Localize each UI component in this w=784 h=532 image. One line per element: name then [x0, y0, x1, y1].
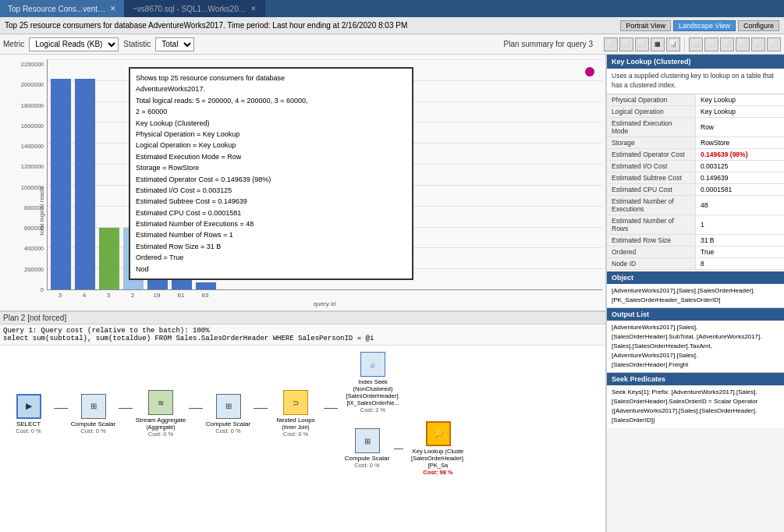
prop-row-storage: Storage RowStore — [607, 137, 784, 148]
prop-value-ordered: True — [696, 246, 785, 257]
plan-section: Plan 2 [not forced] Query 1: Query cost … — [0, 312, 605, 532]
x-label-4: 2 — [122, 292, 143, 299]
prop-value-exec-mode: Row — [696, 117, 785, 137]
toolbar-icon-11[interactable]: ⬜ — [767, 37, 781, 51]
plan-header: Plan 2 [not forced] — [0, 312, 605, 325]
toolbar-icon-6[interactable]: ⬜ — [689, 37, 703, 51]
tab-resource-consumers[interactable]: Top Resource Cons...ventureWorks2017 ✕ — [0, 0, 125, 17]
prop-row-cpu-cost: Estimated CPU Cost 0.0001581 — [607, 183, 784, 195]
properties-table: Physical Operation Key Lookup Logical Op… — [607, 94, 784, 270]
prop-row-ordered: Ordered True — [607, 246, 784, 257]
toolbar-icon-1[interactable]: ⬜ — [604, 37, 618, 51]
prop-name-logical: Logical Operation — [607, 105, 696, 117]
metric-label: Metric — [3, 40, 24, 48]
prop-row-io-cost: Estimated I/O Cost 0.003125 — [607, 160, 784, 172]
prop-name-storage: Storage — [607, 137, 696, 148]
y-label-4: 1600000 — [21, 122, 44, 129]
execution-plan: ▶ SELECT Cost: 0 % ⊞ Compute Scalar Cost… — [0, 346, 605, 532]
select-node-cost: Cost: 0 % — [16, 427, 41, 434]
x-label-7: 63 — [195, 292, 215, 299]
x-label-6: 61 — [171, 292, 191, 299]
toolbar-icon-7[interactable]: ⬜ — [704, 37, 718, 51]
prop-name-cpu-cost: Estimated CPU Cost — [607, 183, 696, 195]
bar-3[interactable] — [99, 228, 119, 289]
seek-predicates-value: Seek Keys[1]: Prefix: [AdventureWorks201… — [607, 385, 784, 427]
metric-select[interactable]: Logical Reads (KB) — [29, 37, 119, 51]
key-lookup-node[interactable]: 🔑 Key Lookup (Cluste[SalesOrderHeader].[… — [405, 421, 471, 476]
seek-predicates-header: Seek Predicates — [607, 373, 784, 385]
toolbar-icon-8[interactable]: ⬜ — [720, 37, 734, 51]
object-section-header: Object — [607, 271, 784, 284]
bar-6[interactable] — [172, 280, 192, 289]
prop-row-physical: Physical Operation Key Lookup — [607, 94, 784, 106]
prop-value-logical: Key Lookup — [696, 105, 785, 117]
output-list-value: [AdventureWorks2017].[Sales].[SalesOrder… — [607, 321, 784, 373]
y-axis-title: total logical reads — [38, 187, 45, 236]
prop-value-num-executions: 48 — [696, 195, 785, 215]
configure-btn[interactable]: Configure — [738, 20, 779, 31]
index-seek-node[interactable]: ⌕ Index Seek (NonClustered)[SalesOrderHe… — [338, 352, 408, 413]
x-label-3: 3 — [98, 292, 119, 299]
y-label-5: 1400000 — [21, 143, 44, 150]
prop-name-io-cost: Estimated I/O Cost — [607, 160, 696, 172]
toolbar-icon-10[interactable]: ⬜ — [751, 37, 765, 51]
toolbar-icon-5[interactable]: 📊 — [666, 37, 680, 51]
output-list-header: Output List — [607, 308, 784, 321]
prop-row-logical: Logical Operation Key Lookup — [607, 105, 784, 117]
compute-scalar-node-2[interactable]: ⊞ Compute Scalar Cost: 0 % — [203, 394, 254, 434]
prop-value-subtree-cost: 0.149639 — [696, 172, 785, 183]
statistic-select[interactable]: Total — [155, 37, 194, 51]
prop-value-storage: RowStore — [696, 137, 785, 148]
landscape-view-btn[interactable]: Landscape View — [673, 20, 736, 31]
stream-aggregate-node[interactable]: ≋ Stream Aggregate(Aggregate) Cost: 0 % — [133, 390, 189, 438]
query-text: Query 1: Query cost (relative to the bat… — [0, 325, 605, 346]
portrait-view-btn[interactable]: Portrait View — [620, 20, 671, 31]
compute-scalar-node-3[interactable]: ⊞ Compute Scalar Cost: 0 % — [342, 428, 392, 469]
prop-row-num-executions: Estimated Number of Executions 48 — [607, 195, 784, 215]
prop-name-ordered: Ordered — [607, 246, 696, 257]
select-node-label: SELECT — [16, 420, 41, 427]
toolbar-icon-4[interactable]: ▦ — [651, 37, 665, 51]
y-label-11: 200000 — [24, 266, 44, 273]
prop-row-subtree-cost: Estimated Subtree Cost 0.149639 — [607, 172, 784, 183]
x-label-5: 19 — [147, 292, 167, 299]
chart-area: Shows top 25 resource consumers for data… — [0, 55, 605, 312]
prop-row-operator-cost: Estimated Operator Cost 0.149639 (98%) — [607, 148, 784, 160]
object-value: [AdventureWorks2017].[Sales].[SalesOrder… — [607, 284, 784, 308]
right-panel-title: Key Lookup (Clustered) — [607, 55, 784, 69]
bar-2[interactable] — [75, 79, 95, 289]
tooltip-box: Shows top 25 resource consumers for data… — [129, 67, 413, 280]
x-label-1: 3 — [50, 292, 70, 299]
prop-name-node-id: Node ID — [607, 257, 696, 269]
prop-name-physical: Physical Operation — [607, 94, 696, 106]
tab-close-icon[interactable]: ✕ — [110, 5, 116, 12]
top-info-bar: Top 25 resource consumers for database A… — [0, 17, 784, 34]
bar-1[interactable] — [51, 79, 71, 289]
right-panel-description: Uses a supplied clustering key to lookup… — [607, 69, 784, 94]
prop-row-num-rows: Estimated Number of Rows 1 — [607, 215, 784, 234]
bar-7[interactable] — [196, 282, 216, 289]
select-node[interactable]: ▶ SELECT Cost: 0 % — [3, 394, 54, 434]
x-axis-title: query id — [47, 300, 602, 307]
prop-name-num-rows: Estimated Number of Rows — [607, 215, 696, 234]
left-panel: Shows top 25 resource consumers for data… — [0, 55, 606, 532]
toolbar-icon-2[interactable]: ⬜ — [619, 37, 633, 51]
prop-name-operator-cost: Estimated Operator Cost — [607, 148, 696, 160]
prop-value-cpu-cost: 0.0001581 — [696, 183, 785, 195]
y-label-1: 2200000 — [21, 61, 44, 68]
toolbar-icon-3[interactable]: ⬜ — [635, 37, 649, 51]
right-panel: Key Lookup (Clustered) Uses a supplied c… — [606, 55, 784, 532]
compute-scalar-node-1[interactable]: ⊞ Compute Scalar Cost: 0 % — [68, 394, 119, 434]
y-label-12: 0 — [41, 286, 44, 293]
toolbar-icon-9[interactable]: ⬜ — [736, 37, 750, 51]
tab-sql-editor[interactable]: ~vs8670.sql - SQL1...Works2017 (sa (62))… — [125, 0, 265, 17]
prop-value-io-cost: 0.003125 — [696, 160, 785, 172]
top-info-text: Top 25 resource consumers for database A… — [5, 21, 407, 30]
tab2-close-icon[interactable]: ✕ — [250, 5, 257, 12]
prop-row-node-id: Node ID 8 — [607, 257, 784, 269]
y-label-6: 1200000 — [21, 163, 44, 170]
prop-value-physical: Key Lookup — [696, 94, 785, 106]
prop-row-exec-mode: Estimated Execution Mode Row — [607, 117, 784, 137]
nested-loops-node[interactable]: ⊃ Nested Loops(Inner Join) Cost: 0 % — [268, 390, 324, 438]
prop-value-operator-cost: 0.149639 (98%) — [696, 148, 785, 160]
